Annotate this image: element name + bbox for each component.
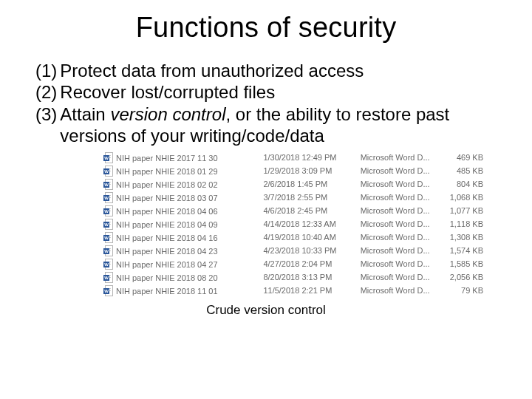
file-row[interactable]: WNIH paper NHIE 2018 03 073/7/2018 2:55 …	[103, 191, 488, 204]
word-doc-icon: W	[103, 219, 113, 230]
caption: Crude version control	[30, 303, 502, 318]
file-row[interactable]: WNIH paper NHIE 2018 04 234/23/2018 10:3…	[103, 244, 488, 257]
file-name: NIH paper NHIE 2018 04 23	[116, 247, 218, 256]
file-type: Microsoft Word D...	[361, 204, 439, 217]
bullet-text-pre: Attain	[60, 104, 110, 124]
slide: Functions of security (1) Protect data f…	[0, 0, 532, 399]
file-date: 4/23/2018 10:33 PM	[263, 244, 360, 257]
file-row[interactable]: WNIH paper NHIE 2018 04 274/27/2018 2:04…	[103, 257, 488, 270]
file-type: Microsoft Word D...	[361, 217, 439, 231]
file-date: 4/27/2018 2:04 PM	[263, 257, 360, 270]
file-name-cell: WNIH paper NHIE 2018 03 07	[103, 191, 263, 204]
word-doc-icon: W	[103, 179, 113, 190]
file-type: Microsoft Word D...	[361, 151, 439, 164]
file-size: 485 KB	[439, 164, 488, 177]
file-date: 3/7/2018 2:55 PM	[263, 191, 360, 204]
file-row[interactable]: WNIH paper NHIE 2018 04 094/14/2018 12:3…	[103, 217, 488, 231]
file-list-table: WNIH paper NHIE 2017 11 301/30/2018 12:4…	[103, 151, 488, 297]
slide-title: Functions of security	[30, 12, 502, 44]
file-row[interactable]: WNIH paper NHIE 2017 11 301/30/2018 12:4…	[103, 151, 488, 164]
file-name: NIH paper NHIE 2018 04 06	[116, 207, 218, 216]
word-doc-icon: W	[103, 192, 113, 203]
file-type: Microsoft Word D...	[361, 191, 439, 204]
word-doc-icon: W	[103, 259, 113, 270]
file-size: 1,077 KB	[439, 204, 488, 217]
file-type: Microsoft Word D...	[361, 284, 439, 297]
bullet-item: (3) Attain version control, or the abili…	[35, 103, 502, 147]
file-date: 1/30/2018 12:49 PM	[263, 151, 360, 164]
file-date: 4/19/2018 10:40 AM	[263, 231, 360, 244]
file-name: NIH paper NHIE 2018 03 07	[116, 194, 218, 202]
file-size: 804 KB	[439, 177, 488, 191]
file-name-cell: WNIH paper NHIE 2018 04 09	[103, 217, 263, 231]
bullet-number: (3)	[35, 103, 60, 147]
file-row[interactable]: WNIH paper NHIE 2018 04 064/6/2018 2:45 …	[103, 204, 488, 217]
file-size: 469 KB	[439, 151, 488, 164]
file-name: NIH paper NHIE 2018 04 16	[116, 233, 218, 242]
file-size: 79 KB	[439, 284, 488, 297]
file-name-cell: WNIH paper NHIE 2018 01 29	[103, 164, 263, 177]
bullet-item: (2) Recover lost/corrupted files	[35, 81, 502, 103]
file-name-cell: WNIH paper NHIE 2018 04 06	[103, 204, 263, 217]
file-row[interactable]: WNIH paper NHIE 2018 04 164/19/2018 10:4…	[103, 231, 488, 244]
bullet-number: (2)	[35, 81, 60, 103]
file-date: 11/5/2018 2:21 PM	[263, 284, 360, 297]
file-name-cell: WNIH paper NHIE 2018 04 23	[103, 244, 263, 257]
file-name: NIH paper NHIE 2018 04 27	[116, 260, 218, 269]
file-row[interactable]: WNIH paper NHIE 2018 01 291/29/2018 3:09…	[103, 164, 488, 177]
file-type: Microsoft Word D...	[361, 177, 439, 191]
file-name-cell: WNIH paper NHIE 2018 04 16	[103, 231, 263, 244]
word-doc-icon: W	[103, 152, 113, 163]
file-date: 4/14/2018 12:33 AM	[263, 217, 360, 231]
word-doc-icon: W	[103, 285, 113, 296]
file-type: Microsoft Word D...	[361, 164, 439, 177]
file-name-cell: WNIH paper NHIE 2018 08 20	[103, 270, 263, 284]
bullet-list: (1) Protect data from unauthorized acces…	[30, 60, 502, 146]
file-row[interactable]: WNIH paper NHIE 2018 08 208/20/2018 3:13…	[103, 270, 488, 284]
file-name-cell: WNIH paper NHIE 2018 04 27	[103, 257, 263, 270]
file-type: Microsoft Word D...	[361, 244, 439, 257]
file-row[interactable]: WNIH paper NHIE 2018 11 0111/5/2018 2:21…	[103, 284, 488, 297]
file-name: NIH paper NHIE 2018 04 09	[116, 220, 218, 229]
file-name-cell: WNIH paper NHIE 2018 11 01	[103, 284, 263, 297]
bullet-text: Protect data from unauthorized access	[60, 60, 502, 81]
word-doc-icon: W	[103, 166, 113, 177]
file-date: 8/20/2018 3:13 PM	[263, 270, 360, 284]
file-name: NIH paper NHIE 2018 08 20	[116, 273, 218, 282]
file-date: 1/29/2018 3:09 PM	[263, 164, 360, 177]
file-size: 1,585 KB	[439, 257, 488, 270]
bullet-number: (1)	[35, 60, 60, 81]
bullet-text: Recover lost/corrupted files	[60, 81, 502, 103]
file-name-cell: WNIH paper NHIE 2017 11 30	[103, 151, 263, 164]
file-name: NIH paper NHIE 2018 02 02	[116, 180, 218, 189]
file-size: 1,068 KB	[439, 191, 488, 204]
bullet-item: (1) Protect data from unauthorized acces…	[35, 60, 502, 81]
file-size: 1,574 KB	[439, 244, 488, 257]
word-doc-icon: W	[103, 245, 113, 256]
file-type: Microsoft Word D...	[361, 270, 439, 284]
file-date: 4/6/2018 2:45 PM	[263, 204, 360, 217]
word-doc-icon: W	[103, 232, 113, 243]
word-doc-icon: W	[103, 272, 113, 283]
file-date: 2/6/2018 1:45 PM	[263, 177, 360, 191]
bullet-text: Attain version control, or the ability t…	[60, 103, 502, 147]
file-size: 2,056 KB	[439, 270, 488, 284]
file-row[interactable]: WNIH paper NHIE 2018 02 022/6/2018 1:45 …	[103, 177, 488, 191]
word-doc-icon: W	[103, 205, 113, 216]
file-size: 1,308 KB	[439, 231, 488, 244]
file-name: NIH paper NHIE 2018 01 29	[116, 167, 218, 176]
version-control-emphasis: version control	[110, 104, 225, 124]
file-type: Microsoft Word D...	[361, 257, 439, 270]
file-name: NIH paper NHIE 2017 11 30	[116, 154, 218, 163]
file-size: 1,118 KB	[439, 217, 488, 231]
file-name: NIH paper NHIE 2018 11 01	[116, 287, 218, 296]
file-type: Microsoft Word D...	[361, 231, 439, 244]
file-name-cell: WNIH paper NHIE 2018 02 02	[103, 177, 263, 191]
